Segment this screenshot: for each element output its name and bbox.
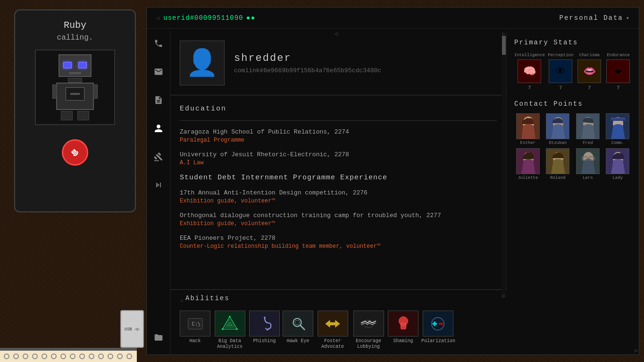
caller-name: Ruby — [64, 20, 86, 31]
contact-avatar-juliette — [516, 148, 540, 174]
contact-avatar-roland — [546, 148, 569, 174]
ability-encourage-lobbying[interactable]: Encourage Lobbying — [352, 311, 385, 350]
corner-mark-br: ▷ — [502, 293, 505, 299]
ability-polarization[interactable]: Polarization — [421, 311, 454, 350]
sidebar-item-folder[interactable] — [151, 330, 166, 345]
phone-panel: Ruby calling. — [14, 9, 136, 212]
stat-intelligence-label: Intelligence — [514, 53, 545, 58]
exp-entry-1: 17th Annual Anti-Intention Design compet… — [180, 189, 497, 204]
contact-juliette[interactable]: Juliette — [514, 148, 542, 180]
ability-bigdata-icon — [215, 311, 245, 337]
stat-endurance: Endurance ❤ 7 — [605, 53, 631, 91]
ability-polarization-icon — [423, 311, 453, 337]
decline-button[interactable]: ☎ — [62, 139, 88, 166]
notebook-ring — [108, 354, 113, 359]
ability-foster[interactable]: Foster Advocate — [316, 311, 349, 350]
stat-charisma-value: 7 — [588, 85, 591, 91]
contact-name-otzukan: Otzukan — [549, 141, 567, 145]
stat-perception-label: Perception — [548, 53, 573, 58]
contact-avatar-fred — [576, 113, 600, 139]
user-id: userid#00099511090 — [163, 14, 243, 22]
ability-phishing[interactable]: Phishing — [249, 311, 280, 350]
chevron-down-icon[interactable]: ▾ — [626, 15, 629, 22]
edu-programme-2: A.I Law — [180, 160, 497, 166]
edu-institution-2: University of Jesuit Rhetoric-Electronic… — [180, 151, 497, 158]
notebook-ring — [126, 354, 132, 359]
contact-avatar-otzukan — [546, 113, 569, 139]
exp-name-3: EEA Pioneers Project, 2278 — [180, 235, 497, 242]
stat-endurance-icon: ❤ — [606, 59, 630, 83]
ability-hawkeye[interactable]: Hawk Eye — [283, 311, 313, 350]
ability-shaming[interactable]: Shaming — [388, 311, 418, 350]
caller-status: calling. — [57, 34, 93, 42]
ability-hack[interactable]: C:\ _ Hack — [180, 311, 210, 350]
stat-charisma-label: Charisma — [579, 53, 600, 58]
abilities-section: ◁ Abilities C:\ _ Hack — [170, 289, 507, 354]
notebook-ring — [51, 354, 57, 359]
sidebar-item-phone[interactable] — [151, 36, 166, 51]
svg-point-8 — [229, 315, 231, 317]
ability-big-data[interactable]: Big Data Analytics — [213, 311, 246, 350]
contact-name-comm: Comm. — [611, 141, 624, 145]
ability-encourage-label: Encourage Lobbying — [352, 338, 385, 350]
edu-institution-1: Zaragoza High School of Public Relations… — [180, 128, 497, 135]
svg-text:_: _ — [197, 321, 200, 326]
contact-avatar-esther — [516, 113, 540, 139]
notebook-ring — [98, 354, 104, 359]
avatar-placeholder-icon: 👤 — [186, 47, 218, 79]
notebook-ring — [13, 354, 19, 359]
contact-avatar-lady — [606, 148, 629, 174]
sidebar-item-document[interactable] — [151, 93, 166, 108]
stat-charisma: Charisma 👄 7 — [577, 53, 602, 91]
ability-hack-label: Hack — [189, 338, 201, 344]
primary-stats-title: Primary Stats — [514, 39, 631, 46]
contact-lars[interactable]: Lars — [574, 148, 602, 180]
profile-section: 👤 shredder comlink#6e9669b99f156b4a76e65… — [170, 31, 506, 95]
exp-entry-3: EEA Pioneers Project, 2278 Counter-Logic… — [180, 235, 497, 250]
contact-otzukan[interactable]: Otzukan — [544, 113, 572, 145]
education-title: Education — [180, 105, 497, 113]
scroll-thumb[interactable] — [502, 36, 506, 55]
sidebar-item-person[interactable] — [151, 121, 166, 136]
stat-perception: Perception 👁 7 — [548, 53, 574, 91]
usb-label: USB ◁▷ — [125, 327, 140, 332]
ability-polarization-label: Polarization — [421, 338, 454, 344]
ability-hawkeye-icon — [283, 311, 313, 337]
contact-comm[interactable]: Comm. — [604, 113, 632, 145]
notebook-ring — [70, 354, 75, 359]
experience-title: Student Debt Internment Programme Experi… — [180, 174, 497, 182]
contact-name-juliette: Juliette — [518, 176, 538, 180]
stat-perception-icon: 👁 — [549, 59, 572, 83]
notebook-ring — [89, 354, 94, 359]
profile-comlink: comlink#6e9669b99f156b4a76e65b95cdc3480c — [234, 67, 497, 74]
caller-avatar — [35, 50, 115, 125]
stat-intelligence: Intelligence 🧠 7 — [514, 53, 545, 91]
corner-mark-tl: ◁ — [156, 15, 159, 22]
contact-lady[interactable]: Lady — [604, 148, 632, 180]
abilities-grid: C:\ _ Hack — [180, 311, 497, 350]
notebook-ring — [79, 354, 85, 359]
contact-roland[interactable]: Roland — [544, 148, 572, 180]
stats-panel: Primary Stats Intelligence 🧠 7 Perceptio… — [507, 31, 639, 354]
contact-esther[interactable]: Esther — [514, 113, 542, 145]
exp-entry-2: Orthogonal dialogue construction trainin… — [180, 212, 497, 227]
exp-role-1: Exhibition guide, volunteer™ — [180, 198, 497, 204]
ability-shaming-icon — [388, 311, 418, 337]
corner-mark-bl: ◁ — [180, 298, 183, 303]
notebook-ring — [42, 354, 47, 359]
notebook-ring — [4, 354, 9, 359]
scrollbar[interactable] — [502, 36, 506, 298]
main-panel: ◁ userid#00099511090 Personal Data ▾ — [146, 7, 639, 355]
exp-name-2: Orthogonal dialogue construction trainin… — [180, 212, 497, 219]
contact-name-lady: Lady — [612, 176, 623, 180]
svg-rect-29 — [434, 321, 435, 326]
profile-info: shredder comlink#6e9669b99f156b4a76e65b9… — [234, 52, 497, 74]
sidebar-item-mail[interactable] — [151, 64, 166, 79]
contact-name-roland: Roland — [550, 176, 565, 180]
svg-point-10 — [222, 328, 224, 330]
ability-foster-label: Foster Advocate — [316, 338, 349, 350]
sidebar-item-gavel[interactable] — [151, 149, 166, 164]
contact-fred[interactable]: Fred — [574, 113, 602, 145]
sidebar-item-skip[interactable] — [151, 177, 166, 193]
divider — [180, 120, 497, 121]
